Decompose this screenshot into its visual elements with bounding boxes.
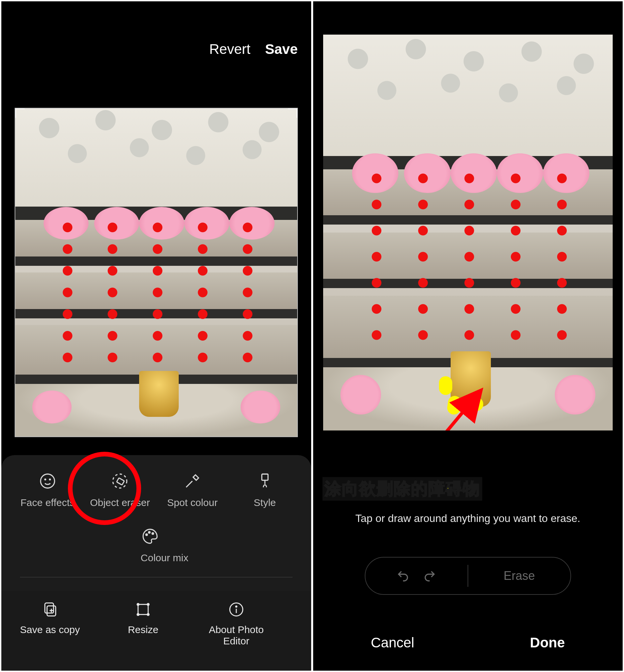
svg-point-1 xyxy=(45,479,46,480)
undo-button[interactable] xyxy=(396,569,410,583)
palette-icon xyxy=(141,527,159,545)
divider xyxy=(20,577,292,577)
svg-point-13 xyxy=(147,603,149,606)
save-copy-icon xyxy=(41,601,58,618)
bottom-bar: Save as copy Resize About Photo Editor xyxy=(1,591,311,671)
svg-point-8 xyxy=(152,533,153,535)
tool-face-effects[interactable]: Face effects xyxy=(11,472,84,508)
tool-object-eraser[interactable]: Object eraser xyxy=(84,472,156,508)
svg-point-3 xyxy=(113,474,127,488)
tool-label: Face effects xyxy=(20,497,75,508)
erase-mark xyxy=(439,376,452,395)
svg-point-0 xyxy=(41,474,55,488)
undo-icon xyxy=(396,569,410,583)
annotation-text: 涂向欲删除的障碍物 xyxy=(322,477,482,501)
svg-point-2 xyxy=(49,479,50,480)
eraser-hint: Tap or draw around anything you want to … xyxy=(313,510,623,526)
photo-canvas[interactable] xyxy=(323,35,613,430)
tool-style[interactable]: Style xyxy=(229,472,301,508)
svg-point-14 xyxy=(137,614,139,615)
tool-label: Style xyxy=(254,497,276,508)
tool-label: Spot colour xyxy=(167,497,218,508)
bb-label: About Photo Editor xyxy=(197,624,276,647)
svg-point-17 xyxy=(236,606,237,607)
revert-button[interactable]: Revert xyxy=(209,41,251,57)
redo-icon xyxy=(423,569,436,583)
about-button[interactable]: About Photo Editor xyxy=(197,601,276,671)
cancel-button[interactable]: Cancel xyxy=(371,635,414,651)
tool-spot-colour[interactable]: Spot colour xyxy=(156,472,229,508)
svg-rect-9 xyxy=(45,603,54,613)
save-button[interactable]: Save xyxy=(265,41,297,57)
eraser-icon xyxy=(110,472,129,490)
svg-rect-4 xyxy=(117,478,125,485)
top-actions: Revert Save xyxy=(209,41,298,57)
screenshot-left: Revert Save Face effects Object eraser xyxy=(1,1,311,671)
screenshot-right: 涂向欲删除的障碍物 Tap or draw around anything yo… xyxy=(313,1,623,671)
tool-label: Object eraser xyxy=(90,497,150,508)
save-as-copy-button[interactable]: Save as copy xyxy=(10,601,90,671)
info-icon xyxy=(228,601,245,618)
crop-handle-tr[interactable] xyxy=(288,108,298,118)
erase-toolbar: Erase xyxy=(365,557,571,595)
bb-label: Save as copy xyxy=(20,624,80,636)
erase-button[interactable]: Erase xyxy=(503,569,535,583)
svg-point-7 xyxy=(149,532,150,533)
crop-handle-tl[interactable] xyxy=(15,108,25,118)
tool-colour-mix[interactable]: Colour mix xyxy=(141,527,188,564)
bottom-actions: Cancel Done xyxy=(313,635,623,651)
redo-button[interactable] xyxy=(423,569,436,583)
erase-mark xyxy=(471,398,483,411)
resize-button[interactable]: Resize xyxy=(103,601,183,671)
svg-point-12 xyxy=(137,603,139,606)
photo-content xyxy=(323,35,613,430)
photo-canvas[interactable] xyxy=(15,108,298,437)
resize-icon xyxy=(134,601,152,618)
bb-label: Resize xyxy=(128,624,158,636)
svg-point-6 xyxy=(146,534,148,536)
eyedropper-icon xyxy=(183,472,202,490)
face-icon xyxy=(38,472,57,490)
svg-rect-5 xyxy=(262,474,268,480)
tool-row-1: Face effects Object eraser Spot colour S… xyxy=(11,472,301,508)
photo-content xyxy=(15,108,297,436)
tool-label: Colour mix xyxy=(141,552,188,564)
tool-drawer: Face effects Object eraser Spot colour S… xyxy=(1,455,311,591)
svg-point-15 xyxy=(147,614,149,615)
svg-rect-11 xyxy=(138,604,148,614)
done-button[interactable]: Done xyxy=(530,635,565,651)
brush-icon xyxy=(256,472,274,490)
tool-row-2: Colour mix xyxy=(11,527,301,564)
